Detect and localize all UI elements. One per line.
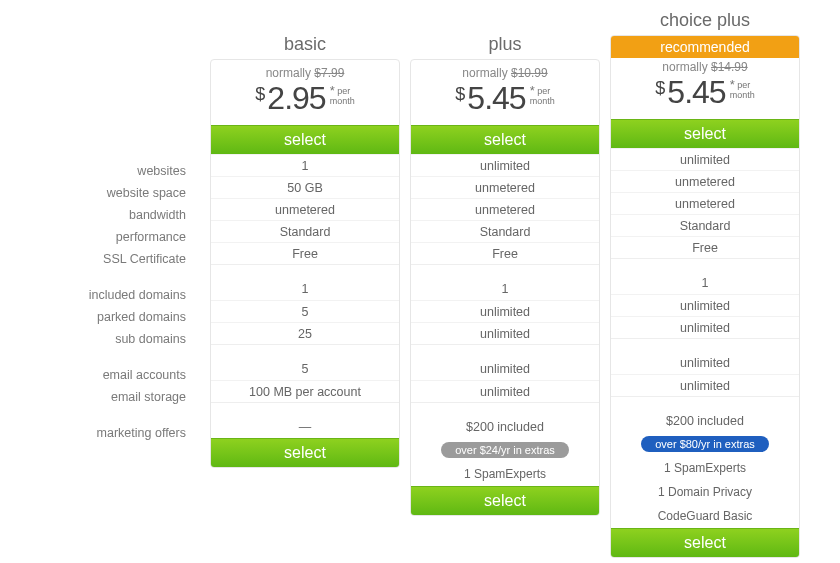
plan-basic-price-block: normally $7.99 $ 2.95 * permonth	[211, 60, 399, 125]
plan-plus-card: normally $10.99 $ 5.45 * permonth select…	[410, 59, 600, 516]
plan-choiceplus-sub-domains: unlimited	[611, 316, 799, 338]
plan-choiceplus-bandwidth: unmetered	[611, 192, 799, 214]
feature-labels-column: websites website space bandwidth perform…	[30, 10, 200, 444]
label-parked-domains: parked domains	[30, 306, 200, 328]
plan-choiceplus-email-storage: unlimited	[611, 374, 799, 396]
plan-plus-select-top-button[interactable]: select	[411, 125, 599, 154]
plan-plus-email-accounts: unlimited	[411, 358, 599, 380]
plan-plus-marketing-offers: $200 included	[411, 416, 599, 438]
plan-basic-marketing-offers: —	[211, 416, 399, 438]
plan-choiceplus-amount: 5.45	[667, 74, 725, 111]
plan-basic-card: normally $7.99 $ 2.95 * permonth select …	[210, 59, 400, 468]
plan-plus-website-space: unmetered	[411, 176, 599, 198]
plan-choiceplus-price: $ 5.45 * permonth	[611, 74, 799, 111]
plan-plus-price: $ 5.45 * permonth	[411, 80, 599, 117]
label-websites: websites	[30, 160, 200, 182]
recommended-badge: recommended	[611, 36, 799, 58]
plan-basic-select-bottom-button[interactable]: select	[211, 438, 399, 467]
plan-choiceplus-ssl: Free	[611, 236, 799, 258]
plan-plus-performance: Standard	[411, 220, 599, 242]
plan-choiceplus-extras-pill: over $80/yr in extras	[641, 436, 769, 452]
plan-basic-websites: 1	[211, 154, 399, 176]
plan-basic-amount: 2.95	[267, 80, 325, 117]
plan-choiceplus-select-bottom-button[interactable]: select	[611, 528, 799, 557]
plan-plus-select-bottom-button[interactable]: select	[411, 486, 599, 515]
plan-basic-wrapper: basic normally $7.99 $ 2.95 * permonth s…	[210, 10, 400, 468]
plan-choiceplus-email-accounts: unlimited	[611, 352, 799, 374]
plan-choiceplus-extras-list: 1 SpamExperts 1 Domain Privacy CodeGuard…	[611, 456, 799, 528]
plan-plus-amount: 5.45	[467, 80, 525, 117]
plan-plus-bandwidth: unmetered	[411, 198, 599, 220]
label-ssl: SSL Certificate	[30, 248, 200, 270]
plan-choiceplus-normally-price: $14.99	[711, 60, 748, 74]
plan-plus-normally: normally $10.99	[411, 66, 599, 80]
plan-plus-websites: unlimited	[411, 154, 599, 176]
plan-basic-normally-price: $7.99	[314, 66, 344, 80]
plan-choiceplus-select-top-button[interactable]: select	[611, 119, 799, 148]
plan-choiceplus-card: recommended normally $14.99 $ 5.45 * per…	[610, 35, 800, 558]
plan-choiceplus-marketing-offers: $200 included	[611, 410, 799, 432]
plan-plus-sub-domains: unlimited	[411, 322, 599, 344]
plan-basic-sub-domains: 25	[211, 322, 399, 344]
plan-basic-email-accounts: 5	[211, 358, 399, 380]
label-sub-domains: sub domains	[30, 328, 200, 350]
label-bandwidth: bandwidth	[30, 204, 200, 226]
plan-choiceplus-parked-domains: unlimited	[611, 294, 799, 316]
plan-plus-extras-list: 1 SpamExperts	[411, 462, 599, 486]
plan-basic-email-storage: 100 MB per account	[211, 380, 399, 402]
plan-plus-wrapper: plus normally $10.99 $ 5.45 * permonth s…	[410, 10, 600, 516]
plan-plus-extras-pill: over $24/yr in extras	[441, 442, 569, 458]
plan-plus-parked-domains: unlimited	[411, 300, 599, 322]
plan-choiceplus-normally: normally $14.99	[611, 60, 799, 74]
plan-basic-select-top-button[interactable]: select	[211, 125, 399, 154]
label-marketing-offers: marketing offers	[30, 422, 200, 444]
plan-choiceplus-title: choice plus	[610, 10, 800, 35]
plan-basic-performance: Standard	[211, 220, 399, 242]
plan-plus-normally-price: $10.99	[511, 66, 548, 80]
plan-choiceplus-extra-0: 1 SpamExperts	[611, 456, 799, 480]
plan-choiceplus-website-space: unmetered	[611, 170, 799, 192]
label-email-accounts: email accounts	[30, 364, 200, 386]
plan-basic-bandwidth: unmetered	[211, 198, 399, 220]
plan-plus-included-domains: 1	[411, 278, 599, 300]
plan-plus-ssl: Free	[411, 242, 599, 264]
plan-choiceplus-extra-1: 1 Domain Privacy	[611, 480, 799, 504]
plan-plus-email-storage: unlimited	[411, 380, 599, 402]
label-included-domains: included domains	[30, 284, 200, 306]
label-website-space: website space	[30, 182, 200, 204]
plan-basic-price: $ 2.95 * permonth	[211, 80, 399, 117]
plan-choiceplus-wrapper: choice plus recommended normally $14.99 …	[610, 10, 800, 558]
label-performance: performance	[30, 226, 200, 248]
plan-plus-title: plus	[410, 28, 600, 59]
plan-basic-ssl: Free	[211, 242, 399, 264]
plan-choiceplus-extra-2: CodeGuard Basic	[611, 504, 799, 528]
pricing-grid: websites website space bandwidth perform…	[30, 10, 810, 558]
plan-basic-website-space: 50 GB	[211, 176, 399, 198]
plan-plus-price-block: normally $10.99 $ 5.45 * permonth	[411, 60, 599, 125]
plan-choiceplus-included-domains: 1	[611, 272, 799, 294]
plan-plus-extra-0: 1 SpamExperts	[411, 462, 599, 486]
label-email-storage: email storage	[30, 386, 200, 408]
plan-choiceplus-websites: unlimited	[611, 148, 799, 170]
plan-basic-normally: normally $7.99	[211, 66, 399, 80]
plan-basic-included-domains: 1	[211, 278, 399, 300]
plan-choiceplus-extras-pill-wrap: over $80/yr in extras	[611, 432, 799, 456]
plan-choiceplus-performance: Standard	[611, 214, 799, 236]
plan-plus-extras-pill-wrap: over $24/yr in extras	[411, 438, 599, 462]
plan-choiceplus-price-block: normally $14.99 $ 5.45 * permonth	[611, 58, 799, 119]
plan-basic-title: basic	[210, 28, 400, 59]
plan-basic-parked-domains: 5	[211, 300, 399, 322]
